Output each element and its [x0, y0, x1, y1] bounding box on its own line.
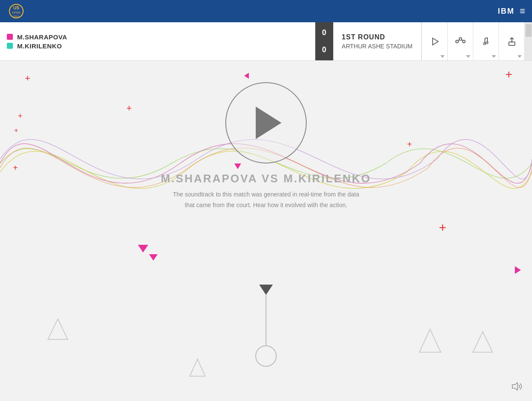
play-triangle-icon — [256, 107, 281, 139]
scoreboard: M.SHARAPOVA M.KIRILENKO 0 0 1ST ROUND AR… — [0, 22, 532, 61]
player1-name: M.SHARAPOVA — [17, 33, 67, 41]
svg-marker-18 — [48, 319, 68, 339]
play-button[interactable] — [225, 82, 307, 163]
path-button[interactable] — [447, 22, 473, 60]
header-right: IBM ≡ — [498, 6, 525, 17]
header: US OPEN 2014 IBM ≡ — [0, 0, 532, 22]
player2-score: 0 — [315, 42, 333, 58]
plus-decoration: + — [18, 112, 23, 120]
volume-svg-icon — [511, 382, 524, 391]
svg-marker-21 — [190, 359, 205, 376]
player2-row: M.KIRILENKO — [7, 42, 308, 50]
plus-decoration: + — [439, 221, 446, 234]
svg-text:US: US — [13, 6, 19, 10]
triangle-decoration — [515, 266, 521, 274]
chevron-down-icon — [440, 55, 445, 58]
scroll-thumb — [526, 24, 532, 37]
desc-line1: The soundtrack to this match was generat… — [173, 191, 359, 198]
triangle-decoration — [138, 245, 148, 252]
svg-point-7 — [459, 38, 462, 40]
chevron-down-icon — [517, 55, 522, 58]
players-list: M.SHARAPOVA M.KIRILENKO — [0, 22, 315, 60]
plus-decoration: + — [25, 74, 30, 83]
svg-line-9 — [458, 40, 459, 41]
plus-decoration: + — [505, 68, 512, 80]
hamburger-menu-icon[interactable]: ≡ — [520, 6, 525, 17]
main-content: + + + + + + + + M.SHARAPOVA VS M.KIRILEN… — [0, 61, 532, 401]
needle-indicator — [255, 285, 277, 367]
match-description: The soundtrack to this match was generat… — [0, 189, 532, 211]
plus-decoration: + — [126, 104, 132, 113]
path-icon — [455, 37, 466, 46]
svg-marker-20 — [473, 332, 493, 352]
svg-marker-22 — [512, 383, 517, 390]
match-info: 1ST ROUND ARTHUR ASHE STADIUM — [333, 22, 421, 60]
music-button[interactable] — [473, 22, 499, 60]
player2-name: M.KIRILENKO — [17, 42, 62, 50]
venue-label: ARTHUR ASHE STADIUM — [342, 43, 412, 50]
toolbar — [421, 22, 524, 60]
needle-arrow-icon — [259, 285, 273, 295]
score-column-1: 0 0 — [315, 22, 333, 60]
svg-point-8 — [463, 40, 465, 43]
play-button[interactable] — [421, 22, 447, 60]
plus-decoration: + — [14, 127, 18, 134]
svg-marker-19 — [419, 329, 441, 352]
triangle-decoration — [244, 73, 249, 79]
scrollbar[interactable] — [524, 22, 532, 60]
us-open-logo-icon: US OPEN 2014 — [7, 2, 26, 21]
triangle-decoration — [149, 254, 158, 261]
outline-triangle-center — [189, 358, 206, 377]
player1-score: 0 — [315, 25, 333, 41]
player2-color-indicator — [7, 43, 13, 49]
desc-line2: that came from the court. Hear how it ev… — [185, 202, 347, 208]
logo-area: US OPEN 2014 — [7, 2, 26, 21]
player1-row: M.SHARAPOVA — [7, 33, 308, 41]
player1-color-indicator — [7, 34, 13, 40]
outline-triangle-right2 — [472, 330, 493, 354]
play-icon — [430, 37, 439, 46]
music-icon — [481, 37, 491, 46]
volume-icon[interactable] — [511, 382, 524, 393]
needle-circle — [255, 345, 277, 367]
match-title: M.SHARAPOVA VS M.KIRILENKO — [0, 172, 532, 185]
share-button[interactable] — [499, 22, 524, 60]
svg-point-6 — [456, 40, 458, 43]
triangle-decoration — [234, 163, 241, 169]
round-label: 1ST ROUND — [342, 33, 412, 41]
plus-decoration: + — [407, 140, 412, 149]
outline-triangle-right1 — [418, 327, 442, 354]
chevron-down-icon — [466, 55, 470, 58]
ibm-logo: IBM — [498, 7, 514, 16]
plus-decoration: + — [13, 163, 18, 172]
svg-line-10 — [462, 40, 463, 41]
outline-triangle-left — [47, 317, 69, 341]
svg-marker-5 — [433, 38, 438, 45]
needle-line — [266, 295, 266, 346]
share-icon — [507, 37, 517, 46]
scores-area: 0 0 — [315, 22, 333, 60]
svg-text:2014: 2014 — [13, 15, 19, 18]
svg-text:OPEN: OPEN — [12, 11, 21, 14]
chevron-down-icon — [492, 55, 496, 58]
